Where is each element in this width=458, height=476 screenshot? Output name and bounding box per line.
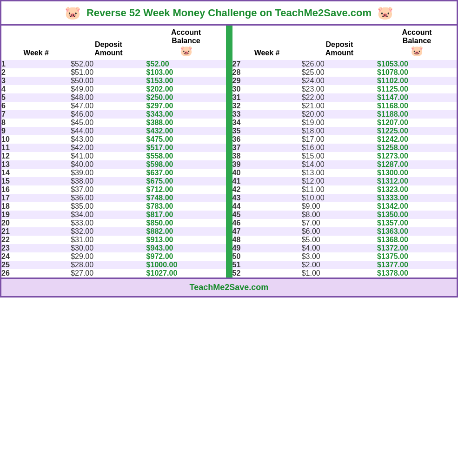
deposit-cell: $24.00 (302, 77, 377, 85)
week-cell: 19 (1, 211, 71, 219)
deposit-cell: $51.00 (71, 68, 146, 77)
week-cell: 13 (1, 160, 71, 169)
deposit-cell: $50.00 (71, 77, 146, 85)
table-row: 22 $31.00 $913.00 (1, 236, 226, 244)
deposit-cell: $20.00 (302, 110, 377, 119)
deposit-cell: $42.00 (71, 144, 146, 152)
footer-text: TeachMe2Save.com (190, 283, 269, 292)
deposit-cell: $16.00 (302, 144, 377, 152)
deposit-cell: $46.00 (71, 110, 146, 119)
deposit-cell: $39.00 (71, 169, 146, 177)
balance-cell: $1078.00 (377, 68, 457, 77)
table-row: 33 $20.00 $1188.00 (232, 110, 457, 119)
week-cell: 20 (1, 219, 71, 227)
balance-cell: $1357.00 (377, 219, 457, 227)
week-cell: 14 (1, 169, 71, 177)
right-balance-header: AccountBalance🐷 (377, 26, 457, 60)
deposit-cell: $37.00 (71, 185, 146, 194)
deposit-cell: $36.00 (71, 194, 146, 202)
week-cell: 45 (232, 211, 302, 219)
left-balance-header: AccountBalance🐷 (146, 26, 226, 60)
week-cell: 6 (1, 102, 71, 110)
week-cell: 1 (1, 60, 71, 68)
week-cell: 3 (1, 77, 71, 85)
deposit-cell: $25.00 (302, 68, 377, 77)
table-row: 42 $11.00 $1323.00 (232, 185, 457, 194)
deposit-cell: $10.00 (302, 194, 377, 202)
table-row: 2 $51.00 $103.00 (1, 68, 226, 77)
balance-cell: $748.00 (146, 194, 226, 202)
week-cell: 44 (232, 202, 302, 211)
deposit-cell: $8.00 (302, 211, 377, 219)
page-wrapper: 🐷 Reverse 52 Week Money Challenge on Tea… (0, 0, 458, 298)
deposit-cell: $7.00 (302, 219, 377, 227)
table-row: 26 $27.00 $1027.00 (1, 269, 226, 278)
week-cell: 5 (1, 93, 71, 102)
week-cell: 8 (1, 119, 71, 127)
week-cell: 27 (232, 60, 302, 68)
deposit-cell: $32.00 (71, 227, 146, 236)
table-row: 50 $3.00 $1375.00 (232, 252, 457, 261)
table-row: 48 $5.00 $1368.00 (232, 236, 457, 244)
table-row: 31 $22.00 $1147.00 (232, 93, 457, 102)
table-row: 18 $35.00 $783.00 (1, 202, 226, 211)
deposit-cell: $41.00 (71, 152, 146, 160)
table-row: 3 $50.00 $153.00 (1, 77, 226, 85)
week-cell: 47 (232, 227, 302, 236)
table-row: 4 $49.00 $202.00 (1, 85, 226, 93)
week-cell: 26 (1, 269, 71, 278)
week-cell: 17 (1, 194, 71, 202)
right-table: Week # DepositAmount AccountBalance🐷 27 … (232, 26, 457, 278)
week-cell: 36 (232, 135, 302, 144)
balance-cell: $153.00 (146, 77, 226, 85)
balance-cell: $1053.00 (377, 60, 457, 68)
week-cell: 9 (1, 127, 71, 135)
balance-cell: $1368.00 (377, 236, 457, 244)
deposit-cell: $9.00 (302, 202, 377, 211)
deposit-cell: $35.00 (71, 202, 146, 211)
balance-cell: $783.00 (146, 202, 226, 211)
deposit-cell: $33.00 (71, 219, 146, 227)
week-cell: 40 (232, 169, 302, 177)
deposit-cell: $21.00 (302, 102, 377, 110)
table-row: 10 $43.00 $475.00 (1, 135, 226, 144)
deposit-cell: $1.00 (302, 269, 377, 278)
table-row: 19 $34.00 $817.00 (1, 211, 226, 219)
deposit-cell: $34.00 (71, 211, 146, 219)
table-row: 36 $17.00 $1242.00 (232, 135, 457, 144)
balance-cell: $1147.00 (377, 93, 457, 102)
deposit-cell: $5.00 (302, 236, 377, 244)
week-cell: 42 (232, 185, 302, 194)
deposit-cell: $3.00 (302, 252, 377, 261)
deposit-cell: $40.00 (71, 160, 146, 169)
table-row: 37 $16.00 $1258.00 (232, 144, 457, 152)
week-cell: 10 (1, 135, 71, 144)
deposit-cell: $31.00 (71, 236, 146, 244)
balance-cell: $913.00 (146, 236, 226, 244)
balance-cell: $343.00 (146, 110, 226, 119)
table-row: 30 $23.00 $1125.00 (232, 85, 457, 93)
week-cell: 35 (232, 127, 302, 135)
week-cell: 34 (232, 119, 302, 127)
deposit-cell: $47.00 (71, 102, 146, 110)
deposit-cell: $22.00 (302, 93, 377, 102)
balance-cell: $882.00 (146, 227, 226, 236)
table-row: 11 $42.00 $517.00 (1, 144, 226, 152)
week-cell: 38 (232, 152, 302, 160)
balance-cell: $1363.00 (377, 227, 457, 236)
balance-cell: $517.00 (146, 144, 226, 152)
table-row: 1 $52.00 $52.00 (1, 60, 226, 68)
balance-cell: $943.00 (146, 244, 226, 252)
balance-cell: $1027.00 (146, 269, 226, 278)
balance-cell: $1287.00 (377, 160, 457, 169)
balance-cell: $972.00 (146, 252, 226, 261)
week-cell: 21 (1, 227, 71, 236)
deposit-cell: $43.00 (71, 135, 146, 144)
balance-cell: $1342.00 (377, 202, 457, 211)
table-row: 49 $4.00 $1372.00 (232, 244, 457, 252)
week-cell: 16 (1, 185, 71, 194)
week-cell: 50 (232, 252, 302, 261)
deposit-cell: $18.00 (302, 127, 377, 135)
week-cell: 24 (1, 252, 71, 261)
week-cell: 2 (1, 68, 71, 77)
